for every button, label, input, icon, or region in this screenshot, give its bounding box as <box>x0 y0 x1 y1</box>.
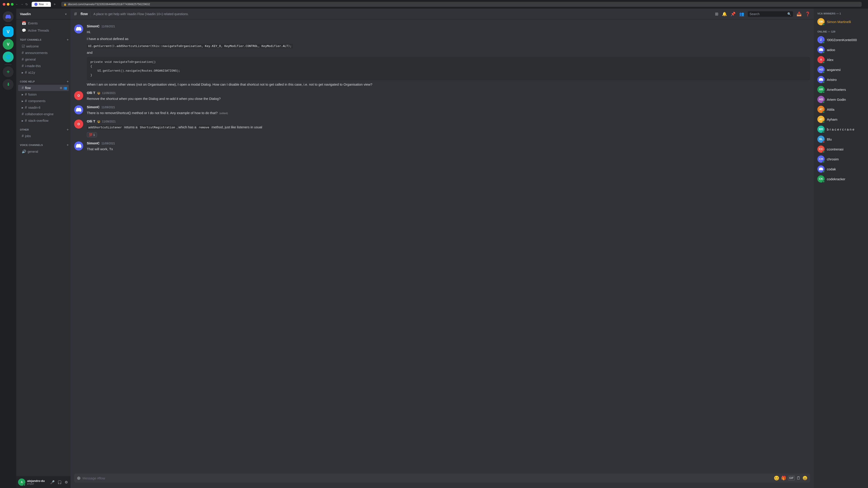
close-button[interactable] <box>3 3 5 6</box>
maximize-button[interactable] <box>11 3 13 6</box>
titlebar: ← → ↻ flow ✕ + 🔒 discord.com/channels/73… <box>0 0 868 8</box>
member-simon-martinelli[interactable]: SM Simon Martinelli <box>815 17 866 27</box>
pinned-header-icon[interactable]: 📌 <box>731 11 736 17</box>
member-ayham[interactable]: AY Ayham <box>815 114 866 124</box>
member-alex[interactable]: A Alex <box>815 55 866 65</box>
channel-general[interactable]: # general <box>18 56 69 63</box>
channel-general-voice[interactable]: 🔊 general <box>18 148 69 155</box>
emoji-button[interactable]: 😊 <box>774 475 779 481</box>
notification-header-icon[interactable]: 🔔 <box>722 11 727 17</box>
server-item-teal[interactable]: 🌐 <box>3 52 13 62</box>
add-code-channel-icon[interactable]: + <box>67 79 69 84</box>
add-server-button[interactable]: + <box>3 66 13 77</box>
simonc-author: SimonC <box>87 24 100 29</box>
section-text-channels[interactable]: TEXT CHANNELS + <box>16 34 70 43</box>
section-voice-channels[interactable]: VOICE CHANNELS + <box>16 139 70 148</box>
search-bar[interactable]: 🔍 <box>748 11 793 17</box>
section-other[interactable]: OTHER + <box>16 124 70 133</box>
gift-button[interactable]: 🎁 <box>781 476 786 481</box>
aristro-status <box>823 81 825 84</box>
user-discriminator: #7247 <box>27 483 48 485</box>
download-button[interactable]: ⬇ <box>3 79 13 90</box>
channel-welcome[interactable]: ☑ welcome <box>18 43 69 50</box>
channel-announcements[interactable]: # announcements <box>18 50 69 56</box>
settings-button[interactable]: ⚙ <box>64 479 69 485</box>
sidebar-item-events[interactable]: 📅 Events <box>18 20 69 27</box>
member-000zorenKonte000[interactable]: Z !000ZorenKonte000 <box>815 35 866 45</box>
000zorenKonte000-name: !000ZorenKonte000 <box>827 38 857 42</box>
member-codekracker[interactable]: CK codekracker <box>815 174 866 184</box>
address-bar[interactable]: 🔒 discord.com/channels/73233533644885201… <box>61 2 862 7</box>
browser-tab[interactable]: flow ✕ <box>32 2 51 7</box>
channel-collaboration-engine[interactable]: # collaboration-engine <box>18 111 69 117</box>
window-controls[interactable] <box>3 3 13 6</box>
channel-jobs[interactable]: # jobs <box>18 133 69 139</box>
member-aoganesi[interactable]: AO aoganesi <box>815 65 866 74</box>
server-header[interactable]: Vaadin ∨ <box>16 8 70 20</box>
flow-settings-icon[interactable]: ⚙ <box>60 86 62 90</box>
server-item-green[interactable]: V <box>3 39 13 50</box>
sidebar-item-active-threads[interactable]: 💬 Active Threads <box>18 27 69 34</box>
gif-button[interactable]: GIF <box>788 476 795 480</box>
announcements-label: announcements <box>25 51 67 55</box>
message-input[interactable] <box>83 476 772 480</box>
member-ccontrerasi[interactable]: CC ccontrerasi <box>815 144 866 154</box>
server-item-vaadin[interactable]: V <box>3 26 13 37</box>
search-input[interactable] <box>749 12 786 16</box>
server-item-discord[interactable] <box>3 11 13 22</box>
refresh-button[interactable]: ↻ <box>25 2 28 6</box>
add-other-channel-icon[interactable]: + <box>67 128 69 132</box>
channel-vaadin-8[interactable]: ▶ # vaadin-8 <box>18 104 69 111</box>
member-aidoo[interactable]: aidoo <box>815 45 866 55</box>
help-header-icon[interactable]: ❓ <box>805 11 810 17</box>
add-voice-channel-icon[interactable]: + <box>67 143 69 147</box>
avatar[interactable]: A <box>18 479 25 486</box>
components-chevron-icon: ▶ <box>22 100 24 102</box>
microphone-button[interactable]: 🎤 <box>49 479 56 485</box>
inbox-header-icon[interactable]: 📥 <box>797 11 802 17</box>
member-attila[interactable]: AT Attila <box>815 104 866 114</box>
vaadin8-hash-icon: # <box>25 105 27 109</box>
tab-close-icon[interactable]: ✕ <box>46 3 48 6</box>
new-tab-button[interactable]: + <box>54 2 56 6</box>
footer-actions: 🎤 🎧 ⚙ <box>49 479 69 485</box>
emoji2-button[interactable]: 😄 <box>802 476 807 481</box>
online-header: ONLINE — 129 <box>815 30 866 35</box>
minimize-button[interactable] <box>7 3 9 6</box>
aoganesi-name: aoganesi <box>827 68 841 72</box>
codak-status <box>823 170 825 173</box>
section-code-help[interactable]: CODE HELP + <box>16 76 70 85</box>
flow-members-icon[interactable]: 👥 <box>63 86 67 90</box>
members-header-icon[interactable]: 👥 <box>739 11 744 17</box>
channel-name: flow <box>81 12 88 16</box>
add-channel-icon[interactable]: + <box>67 38 69 42</box>
member-chrosim[interactable]: CH chrosim <box>815 154 866 164</box>
channel-fusion[interactable]: ▶ # fusion <box>18 91 69 98</box>
flow-channel-actions[interactable]: ⚙ 👥 <box>60 86 67 90</box>
chat-input-area: ⊕ 😊 🎁 GIF 🗒 😄 <box>70 474 814 488</box>
sticker-button[interactable]: 🗒 <box>797 476 801 481</box>
browser-nav[interactable]: ← → ↻ <box>16 2 28 6</box>
member-aristro[interactable]: Aristro <box>815 74 866 85</box>
channel-flow[interactable]: # flow ⚙ 👥 <box>18 85 69 91</box>
add-attachment-button[interactable]: ⊕ <box>77 475 81 481</box>
collab-hash-icon: # <box>22 112 24 116</box>
member-arneroeters[interactable]: AR ArneRoeters <box>815 85 866 94</box>
member-artem-godin[interactable]: AG Artem Godin <box>815 94 866 104</box>
reaction-100[interactable]: 💯 1 <box>87 132 97 138</box>
channel-i-made-this[interactable]: # i-made-this <box>18 63 69 69</box>
back-button[interactable]: ← <box>16 2 19 6</box>
ayham-avatar: AY <box>817 116 825 123</box>
ollit-2-avatar: O <box>74 120 83 129</box>
ollit-2-text: addShortcutListener returns a ShortcutRe… <box>87 125 810 130</box>
channel-stack-overflow[interactable]: ▶ # stack-overflow <box>18 118 69 124</box>
threads-header-icon[interactable]: ⊞ <box>715 11 718 17</box>
member-bracercrane[interactable]: BR b r a c e r c r a n e <box>815 124 866 134</box>
channel-components[interactable]: ▶ # components <box>18 98 69 104</box>
forward-button[interactable]: → <box>20 2 24 6</box>
blu-status <box>823 141 825 143</box>
member-blu[interactable]: BL Blu <box>815 134 866 144</box>
member-codak[interactable]: codak <box>815 164 866 174</box>
channel-a11y[interactable]: ▶ # a11y <box>18 69 69 76</box>
headset-button[interactable]: 🎧 <box>57 479 63 485</box>
